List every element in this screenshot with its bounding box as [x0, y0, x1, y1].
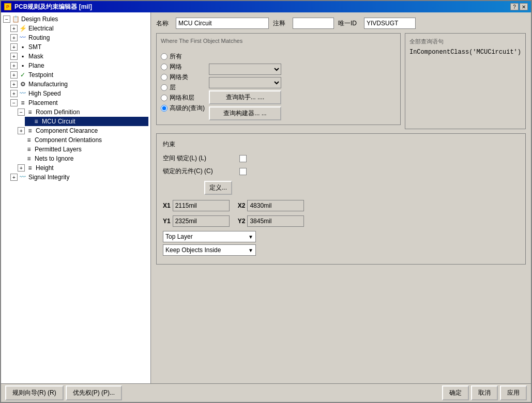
layer-row: Top Layer ▼ Keep Objects Inside ▼: [163, 231, 519, 256]
radio-netclass-label: 网络类: [170, 73, 188, 82]
sidebar-item-routing[interactable]: + 〰 Routing: [10, 33, 148, 42]
where-dropdown2[interactable]: [209, 77, 281, 88]
guide-button[interactable]: 规则向导(R) (R): [5, 385, 64, 400]
sidebar-item-component-clearance[interactable]: + ≡ Component Clearance: [18, 126, 148, 135]
query-builder-button[interactable]: 查询构建器... ...: [209, 106, 281, 120]
query-helper-button[interactable]: 查询助手... ....: [209, 90, 281, 104]
radio-all-label: 所有: [170, 52, 182, 61]
sidebar-item-height[interactable]: + ≡ Height: [18, 163, 148, 173]
radio-all-row: 所有: [161, 52, 205, 61]
sidebar-item-permitted-layers[interactable]: ≡ Permitted Layers: [18, 145, 148, 154]
height-expander[interactable]: +: [18, 164, 25, 172]
sidebar-item-room-definition[interactable]: − ≡ Room Definition: [18, 107, 148, 117]
y1-input[interactable]: [173, 215, 230, 227]
placement-expander[interactable]: −: [10, 99, 18, 106]
x1-item: X1: [163, 200, 230, 211]
radio-net[interactable]: [161, 64, 168, 70]
manufacturing-expander[interactable]: +: [10, 81, 18, 88]
root-label: Design Rules: [21, 16, 58, 23]
name-input[interactable]: [176, 18, 269, 29]
sidebar-item-electrical[interactable]: + ⚡ Electrical: [10, 24, 148, 33]
constraint-section: 约束 空间 锁定(L) (L) 锁定的元件(C) (C) 定义...: [156, 133, 526, 265]
radio-net-row: 网络: [161, 63, 205, 71]
title-buttons: ? ✕: [510, 3, 528, 10]
radio-net-label: 网络: [170, 63, 182, 71]
sidebar-item-signal-integrity[interactable]: + 〰 Signal Integrity: [10, 173, 148, 182]
radio-netclass[interactable]: [161, 74, 168, 81]
mask-icon: ▪: [19, 52, 27, 60]
bottom-bar: 规则向导(R) (R) 优先权(P) (P)... 确定 取消 应用: [1, 383, 531, 402]
cancel-button[interactable]: 取消: [471, 385, 498, 400]
sidebar-item-nets-to-ignore[interactable]: ≡ Nets to Ignore: [18, 154, 148, 163]
sidebar-item-manufacturing[interactable]: + ⚙ Manufacturing: [10, 80, 148, 89]
sidebar-item-component-orientations[interactable]: ≡ Component Orientations: [18, 135, 148, 145]
sidebar-item-plane[interactable]: + ▪ Plane: [10, 61, 148, 70]
routing-expander[interactable]: +: [10, 34, 18, 41]
smt-expander[interactable]: +: [10, 43, 18, 51]
testpoint-expander[interactable]: +: [10, 71, 18, 79]
y2-input[interactable]: [247, 215, 304, 227]
root-icon: 📋: [11, 15, 20, 23]
highspeed-expander[interactable]: +: [10, 90, 18, 97]
radio-netclass-row: 网络类: [161, 73, 205, 82]
layer-dropdown[interactable]: Top Layer ▼: [163, 231, 256, 242]
root-expander[interactable]: −: [3, 16, 10, 23]
radio-layer-label: 层: [170, 83, 176, 92]
manufacturing-label: Manufacturing: [28, 81, 68, 88]
where-dropdown1[interactable]: [209, 64, 281, 75]
x2-input[interactable]: [247, 200, 304, 211]
radio-netandlayer[interactable]: [161, 95, 168, 101]
room-icon: ≡: [26, 108, 34, 116]
sidebar-item-testpoint[interactable]: + ✓ Testpoint: [10, 70, 148, 80]
nets-label: Nets to Ignore: [35, 155, 73, 162]
tree-level1: + ⚡ Electrical + 〰 Routing + ▪ SMT: [3, 24, 148, 182]
help-button[interactable]: ?: [510, 3, 519, 10]
y1-label: Y1: [163, 218, 171, 225]
keep-dropdown[interactable]: Keep Objects Inside ▼: [163, 244, 256, 256]
sidebar-item-placement[interactable]: − ≡ Placement: [10, 98, 148, 107]
placement-children: − ≡ Room Definition ≡ MCU Circuit: [10, 107, 148, 173]
mask-expander[interactable]: +: [10, 53, 18, 60]
where-right-col: 查询助手... .... 查询构建器... ...: [209, 64, 281, 120]
manufacturing-icon: ⚙: [19, 80, 27, 88]
tree-root[interactable]: − 📋 Design Rules: [3, 14, 148, 24]
lock-component-checkbox[interactable]: [239, 168, 247, 175]
radio-all[interactable]: [161, 53, 168, 60]
define-button[interactable]: 定义...: [204, 181, 232, 195]
clearance-expander[interactable]: +: [18, 127, 25, 134]
highspeed-icon: 〰: [19, 89, 27, 98]
orient-icon: ≡: [25, 136, 33, 144]
sidebar-item-highspeed[interactable]: + 〰 High Speed: [10, 89, 148, 98]
title-bar-left: P PCB规则及约束编辑器 [mil]: [4, 3, 92, 11]
x1-label: X1: [163, 202, 171, 209]
electrical-expander[interactable]: +: [10, 25, 18, 32]
room-expander[interactable]: −: [18, 109, 25, 116]
sidebar-item-smt[interactable]: + ▪ SMT: [10, 42, 148, 52]
sidebar-item-mask[interactable]: + ▪ Mask: [10, 52, 148, 61]
y2-item: Y2: [238, 215, 305, 227]
lock-space-checkbox[interactable]: [239, 155, 247, 162]
plane-icon: ▪: [19, 61, 27, 70]
radio-layer[interactable]: [161, 84, 168, 91]
sidebar-item-mcu-circuit[interactable]: ≡ MCU Circuit: [25, 117, 148, 126]
window-title: PCB规则及约束编辑器 [mil]: [14, 3, 92, 11]
x1-input[interactable]: [173, 200, 230, 211]
close-button[interactable]: ✕: [520, 3, 528, 10]
ok-button[interactable]: 确定: [442, 385, 469, 400]
radio-advanced[interactable]: [161, 105, 168, 112]
signal-expander[interactable]: +: [10, 174, 18, 181]
lock-component-label: 锁定的元件(C) (C): [163, 167, 235, 176]
mcu-label: MCU Circuit: [42, 118, 75, 125]
electrical-label: Electrical: [28, 25, 54, 32]
priority-button[interactable]: 优先权(P) (P)...: [66, 385, 122, 400]
testpoint-label: Testpoint: [28, 71, 53, 79]
uid-input[interactable]: [364, 18, 416, 29]
comment-input[interactable]: [293, 18, 334, 29]
placement-icon: ≡: [19, 99, 27, 107]
lock-component-row: 锁定的元件(C) (C): [163, 167, 519, 176]
x2-label: X2: [238, 202, 246, 209]
radio-group: 所有 网络 网络类 层: [161, 52, 205, 120]
plane-expander[interactable]: +: [10, 62, 18, 69]
apply-button[interactable]: 应用: [500, 385, 527, 400]
coord-xy2-group: Y1 Y2: [163, 215, 519, 227]
